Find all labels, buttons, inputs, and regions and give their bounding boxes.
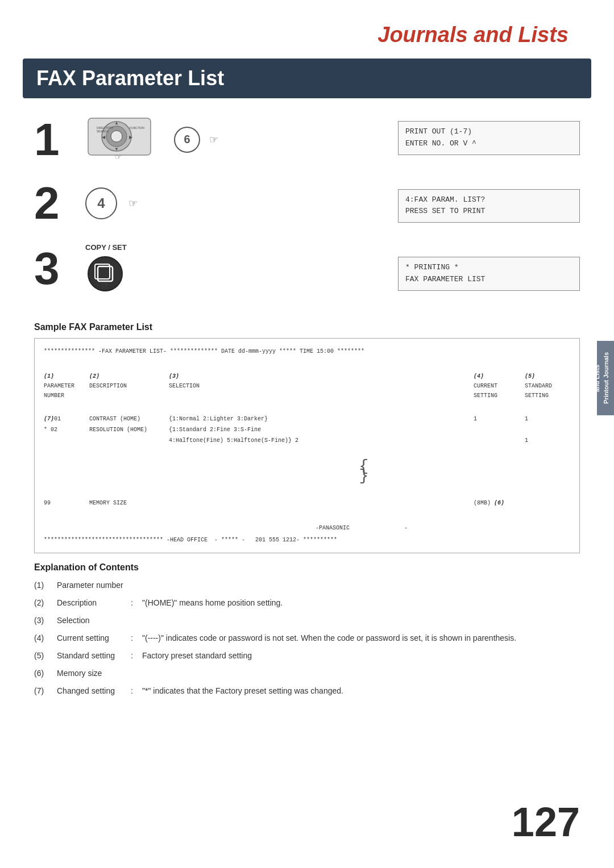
lcd-2: 4:FAX PARAM. LIST? PRESS SET TO PRINT [398, 189, 580, 223]
sample-section: Sample FAX Parameter List **************… [34, 322, 580, 553]
data-row-1-std: 1 [525, 414, 570, 424]
step-1-content: ▲ ▼ ◀ ▶ DIRECTORY SEARCH FUNCTION ☞ 6 ☞ [85, 115, 218, 164]
exp-7-desc: "*" indicates that the Factory preset se… [142, 685, 580, 697]
col-header-3: (3)SELECTION [169, 372, 474, 400]
exp-1-colon [131, 579, 142, 591]
exp-1-num: (1) [34, 579, 57, 591]
exp-4-desc: "(----)" indicates code or password is n… [142, 632, 580, 644]
data-row-3-desc [89, 436, 169, 445]
copy-button-icon: ☞ [85, 254, 125, 294]
sample-footer-2: *********************************** -HEA… [44, 535, 570, 545]
svg-text:▼: ▼ [114, 147, 119, 152]
col-header-1: (1)PARAMETERNUMBER [44, 372, 89, 400]
col-header-4: (4)CURRENTSETTING [474, 372, 525, 400]
exp-6-label: Memory size [57, 667, 131, 679]
copy-set-label: COPY / SET [85, 243, 127, 252]
data-row-3-cur [474, 436, 525, 445]
exp-4-label: Current setting [57, 632, 131, 644]
memory-std [525, 498, 570, 508]
data-row-3-sel2: 4:Halftone(Fine) 5:Halftone(S-Fine)} 2 [169, 436, 474, 445]
lcd-3-line1: * PRINTING * [405, 262, 572, 274]
data-row-1-desc: CONTRAST (HOME) [89, 414, 169, 424]
exp-2-num: (2) [34, 597, 57, 609]
svg-text:☞: ☞ [115, 152, 122, 161]
sidebar-tab-label: Printout Journalsand Lists [594, 352, 609, 404]
exp-5-desc: Factory preset standard setting [142, 650, 580, 662]
svg-text:☞: ☞ [102, 281, 109, 290]
exp-item-4: (4) Current setting : "(----)" indicates… [34, 632, 580, 644]
exp-6-num: (6) [34, 667, 57, 679]
step-3-row: 3 COPY / SET ☞ [34, 243, 387, 294]
exp-item-2: (2) Description : "(HOME)" means home po… [34, 597, 580, 609]
page-number: 127 [512, 799, 580, 845]
exp-2-desc: "(HOME)" means home position setting. [142, 597, 580, 609]
step-2-number: 2 [34, 181, 74, 226]
svg-text:▶: ▶ [129, 135, 133, 140]
steps-right: PRINT OUT (1-7) ENTER NO. OR V ^ 4:FAX P… [398, 115, 580, 311]
data-row-2-sel1: {1:Standard 2:Fine 3:S-Fine [169, 425, 474, 435]
exp-1-desc [142, 579, 580, 591]
step-3-number: 3 [34, 246, 74, 291]
exp-7-colon: : [131, 685, 142, 697]
data-row-1-cur: 1 [474, 414, 525, 424]
memory-val: (8MB) (6) [474, 498, 525, 508]
svg-text:FUNCTION: FUNCTION [130, 126, 144, 130]
fax-banner-title: FAX Parameter List [36, 66, 224, 90]
lcd-2-line1: 4:FAX PARAM. LIST? [405, 194, 572, 206]
lcd-1: PRINT OUT (1-7) ENTER NO. OR V ^ [398, 121, 580, 155]
data-row-3-std: 1 [525, 436, 570, 445]
step-2-number-4: 4 [85, 187, 117, 219]
data-row-1-num: (7)01 [44, 414, 89, 424]
data-row-2-num: * 02 [44, 425, 89, 435]
sample-header-row: *************** -FAX PARAMETER LIST- ***… [44, 347, 570, 356]
exp-3-colon [131, 615, 142, 627]
step-2-hand: ☞ [128, 197, 138, 210]
exp-2-label: Description [57, 597, 131, 609]
col-header-5: (5)STANDARDSETTING [525, 372, 570, 400]
lcd-3: * PRINTING * FAX PARAMETER LIST [398, 257, 580, 291]
memory-num: 99 [44, 498, 89, 508]
memory-sel [169, 498, 474, 508]
step-1-hand: ☞ [209, 133, 218, 146]
step-3-content: COPY / SET ☞ [85, 243, 127, 294]
lcd-3-line2: FAX PARAMETER LIST [405, 274, 572, 286]
page-header: Journals and Lists [0, 0, 614, 59]
svg-text:◀: ◀ [102, 135, 106, 140]
exp-5-num: (5) [34, 650, 57, 662]
exp-item-7: (7) Changed setting : "*" indicates that… [34, 685, 580, 697]
sidebar-tab: Printout Journalsand Lists [597, 341, 614, 415]
svg-point-3 [111, 131, 122, 142]
lcd-2-line2: PRESS SET TO PRINT [405, 206, 572, 218]
exp-3-num: (3) [34, 615, 57, 627]
exp-4-colon: : [131, 632, 142, 644]
sample-box: *************** -FAX PARAMETER LIST- ***… [34, 338, 580, 553]
data-row-1-sel: {1:Normal 2:Lighter 3:Darker} [169, 414, 474, 424]
exp-2-colon: : [131, 597, 142, 609]
data-row-2-std [525, 425, 570, 435]
svg-text:SEARCH: SEARCH [97, 130, 109, 133]
exp-6-colon [131, 667, 142, 679]
exp-item-5: (5) Standard setting : Factory preset st… [34, 650, 580, 662]
steps-section: 1 ▲ ▼ ◀ ▶ DIRECTORY SEARCH [34, 115, 580, 311]
steps-left: 1 ▲ ▼ ◀ ▶ DIRECTORY SEARCH [34, 115, 387, 311]
col-header-2: (2)DESCRIPTION [89, 372, 169, 400]
step-1-number-6: 6 [174, 127, 200, 153]
exp-item-1: (1) Parameter number [34, 579, 580, 591]
memory-desc: MEMORY SIZE [89, 498, 169, 508]
lcd-1-line1: PRINT OUT (1-7) [405, 126, 572, 138]
sample-footer-1: -PANASONIC - [44, 523, 570, 533]
page-title: Journals and Lists [377, 23, 569, 47]
step-1-number: 1 [34, 117, 74, 162]
step-2-row: 2 4 ☞ [34, 181, 387, 226]
exp-4-num: (4) [34, 632, 57, 644]
exp-5-label: Standard setting [57, 650, 131, 662]
data-row-2-desc: RESOLUTION (HOME) [89, 425, 169, 435]
brace-symbol: {} [157, 462, 570, 481]
data-row-2-cur [474, 425, 525, 435]
exp-3-label: Selection [57, 615, 131, 627]
control-panel-icon: ▲ ▼ ◀ ▶ DIRECTORY SEARCH FUNCTION ☞ [85, 115, 165, 164]
sample-title: Sample FAX Parameter List [34, 322, 580, 332]
explanation-title: Explanation of Contents [34, 562, 580, 573]
exp-1-label: Parameter number [57, 579, 131, 591]
svg-text:▲: ▲ [114, 120, 119, 126]
